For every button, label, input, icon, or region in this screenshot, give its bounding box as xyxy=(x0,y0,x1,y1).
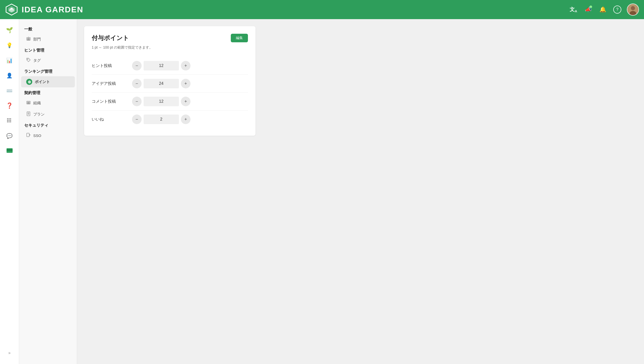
sidebar-item-idea[interactable]: 💡 xyxy=(3,38,17,52)
like-value-input[interactable] xyxy=(144,115,179,124)
hint-increment-button[interactable]: + xyxy=(181,61,190,70)
idea-increment-button[interactable]: + xyxy=(181,79,190,88)
card-subtitle: 1 pt ～ 100 pt の範囲で指定できます。 xyxy=(92,45,248,50)
edit-button[interactable]: 編集 xyxy=(231,34,248,42)
hint-decrement-button[interactable]: − xyxy=(132,61,142,70)
svg-rect-20 xyxy=(27,40,28,40)
ranking-icon: 📊 xyxy=(6,57,13,63)
sidebar-item-garden[interactable]: 🌱 xyxy=(3,23,17,37)
svg-rect-14 xyxy=(10,121,11,122)
org-label: 組織 xyxy=(33,101,41,105)
sidebar-item-terminal[interactable]: ⌨️ xyxy=(3,84,17,98)
svg-point-4 xyxy=(631,6,635,10)
svg-rect-25 xyxy=(27,102,28,103)
plan-label: プラン xyxy=(33,112,45,117)
point-label: ポイント xyxy=(35,80,50,84)
section-title-contract: 契約管理 xyxy=(19,88,77,97)
header-actions: 文A 📣 🔔 ? xyxy=(568,4,639,16)
terminal-icon: ⌨️ xyxy=(6,88,13,94)
hint-controls: − + xyxy=(132,61,190,70)
nav-item-org[interactable]: 組織 xyxy=(21,98,75,108)
dept-label: 部門 xyxy=(33,37,41,42)
card-title: 付与ポイント xyxy=(92,34,129,42)
svg-rect-28 xyxy=(29,103,29,104)
like-label: いいね xyxy=(92,117,132,122)
idea-controls: − + xyxy=(132,79,190,88)
comment-value-input[interactable] xyxy=(144,97,179,106)
logo-area: IDEA GARDEN xyxy=(5,3,568,16)
sso-icon xyxy=(26,133,31,138)
bell-button[interactable]: 🔔 xyxy=(598,5,608,15)
idea-value-input[interactable] xyxy=(144,79,179,88)
point-row-comment: コメント投稿 − + xyxy=(92,93,248,111)
svg-rect-19 xyxy=(29,38,29,39)
svg-rect-27 xyxy=(27,103,28,104)
bell-icon: 🔔 xyxy=(599,6,606,13)
idea-decrement-button[interactable]: − xyxy=(132,79,142,88)
sidebar-expand-button[interactable]: » xyxy=(3,346,17,360)
section-title-hint: ヒント管理 xyxy=(19,45,77,55)
help-button[interactable]: ? xyxy=(612,5,622,15)
point-row-hint: ヒント投稿 − + xyxy=(92,57,248,75)
megaphone-button[interactable]: 📣 xyxy=(583,5,593,15)
avatar-svg xyxy=(627,4,638,16)
translate-button[interactable]: 文A xyxy=(568,5,578,15)
sso-label: SSO xyxy=(33,133,41,138)
section-title-ranking: ランキング管理 xyxy=(19,66,77,76)
nav-item-sso[interactable]: SSO xyxy=(21,130,75,141)
point-settings-card: 付与ポイント 編集 1 pt ～ 100 pt の範囲で指定できます。 ヒント投… xyxy=(84,26,255,136)
card-icon xyxy=(7,148,13,154)
svg-rect-13 xyxy=(9,121,10,122)
help-circle-icon: ❓ xyxy=(6,102,13,109)
svg-point-5 xyxy=(630,11,636,16)
main-content: 付与ポイント 編集 1 pt ～ 100 pt の範囲で指定できます。 ヒント投… xyxy=(77,19,644,364)
dept-icon xyxy=(26,37,31,42)
sidebar-item-help[interactable]: ❓ xyxy=(3,99,17,113)
comment-decrement-button[interactable]: − xyxy=(132,97,142,106)
comment-icon: 💬 xyxy=(6,133,13,139)
help-icon: ? xyxy=(613,6,621,14)
sidebar-item-card[interactable] xyxy=(3,144,17,158)
svg-rect-6 xyxy=(7,118,8,119)
like-decrement-button[interactable]: − xyxy=(132,115,142,124)
garden-icon: 🌱 xyxy=(6,27,13,33)
svg-rect-11 xyxy=(10,120,11,121)
comment-increment-button[interactable]: + xyxy=(181,97,190,106)
sidebar-item-grid[interactable] xyxy=(3,114,17,128)
avatar-image xyxy=(627,4,638,15)
point-icon: ⊕ xyxy=(26,79,32,85)
nav-item-point[interactable]: ⊕ ポイント xyxy=(21,76,75,87)
svg-rect-24 xyxy=(27,101,30,104)
nav-item-plan[interactable]: プラン xyxy=(21,109,75,120)
secondary-sidebar: 一般 部門 ヒント管理 xyxy=(19,19,77,364)
sidebar-item-comment[interactable]: 💬 xyxy=(3,129,17,143)
svg-rect-26 xyxy=(29,102,29,103)
app-header: IDEA GARDEN 文A 📣 🔔 ? xyxy=(0,0,644,19)
card-header: 付与ポイント 編集 xyxy=(92,34,248,42)
hint-value-input[interactable] xyxy=(144,61,179,70)
nav-item-dept[interactable]: 部門 xyxy=(21,34,75,45)
point-row-like: いいね − + xyxy=(92,111,248,128)
comment-label: コメント投稿 xyxy=(92,99,132,104)
notification-dot xyxy=(590,6,592,8)
tag-label: タグ xyxy=(33,58,41,63)
svg-rect-16 xyxy=(7,150,13,151)
svg-rect-29 xyxy=(27,112,30,116)
nav-item-tag[interactable]: タグ xyxy=(21,55,75,66)
sidebar-item-ranking[interactable]: 📊 xyxy=(3,53,17,67)
org-icon xyxy=(26,100,31,106)
sidebar-item-user[interactable]: 👤 xyxy=(3,68,17,83)
svg-rect-8 xyxy=(10,118,11,119)
svg-rect-9 xyxy=(7,120,8,121)
section-title-security: セキュリティ xyxy=(19,120,77,130)
point-row-idea: アイデア投稿 − + xyxy=(92,75,248,93)
idea-icon: 💡 xyxy=(6,42,13,48)
like-controls: − + xyxy=(132,115,190,124)
svg-rect-17 xyxy=(27,38,30,40)
svg-rect-21 xyxy=(29,40,29,40)
idea-label: アイデア投稿 xyxy=(92,81,132,86)
user-avatar[interactable] xyxy=(627,4,639,16)
like-increment-button[interactable]: + xyxy=(181,115,190,124)
user-icon: 👤 xyxy=(6,72,13,79)
comment-controls: − + xyxy=(132,97,190,106)
